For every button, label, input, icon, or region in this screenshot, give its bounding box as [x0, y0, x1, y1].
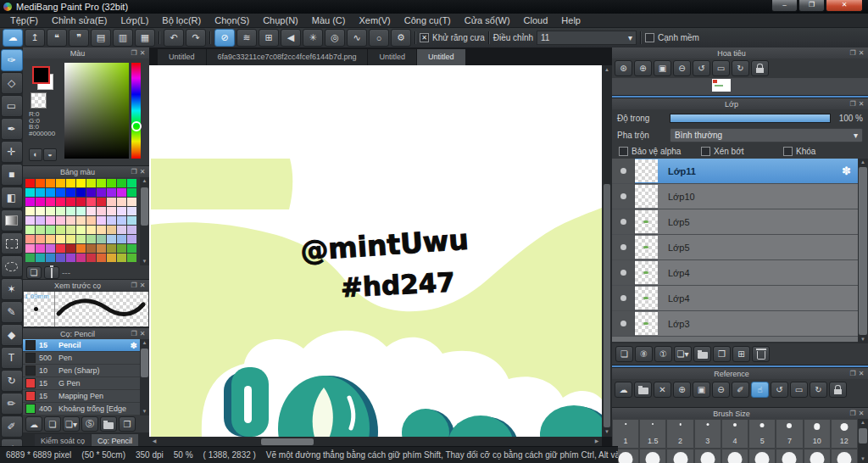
layer-row[interactable]: Lớp5 [612, 209, 858, 235]
palette-color[interactable] [86, 207, 96, 215]
palette-color[interactable] [56, 179, 65, 187]
palette-color[interactable] [97, 216, 106, 225]
clipping-checkbox[interactable]: Xén bớt [701, 147, 783, 156]
menu-item[interactable]: Bộ lọc(R) [155, 15, 208, 25]
add-brush-button[interactable]: ❏ [44, 416, 61, 432]
gradient-tool-button[interactable] [1, 209, 23, 232]
palette-color[interactable] [56, 188, 65, 197]
scroll-up-icon[interactable]: ▲ [140, 177, 149, 185]
palette-color[interactable] [46, 216, 55, 225]
duplicate-layer-button[interactable]: ❐ [713, 346, 731, 362]
control-point-tool-button[interactable]: ✒ [1, 118, 23, 140]
brush-size-cell[interactable] [721, 449, 748, 463]
palette-color[interactable] [25, 226, 35, 234]
move-tool-button[interactable]: ✛ [1, 141, 23, 163]
close-icon[interactable]: ✕ [138, 330, 147, 337]
lasso-tool-button[interactable] [1, 255, 23, 277]
menu-item[interactable]: Xem(V) [352, 15, 397, 25]
delete-layer-button[interactable] [752, 346, 770, 362]
brush-row[interactable]: 10Pen (Sharp) [23, 365, 140, 377]
palette-color[interactable] [46, 198, 55, 206]
popout-icon[interactable]: ❐ [849, 410, 857, 417]
palette-color[interactable] [107, 198, 116, 206]
close-icon[interactable]: ✕ [857, 100, 865, 108]
visibility-toggle[interactable] [612, 184, 635, 209]
popout-icon[interactable]: ❐ [849, 49, 857, 57]
add-layer-button[interactable]: ❏ [615, 346, 633, 362]
palette-color[interactable] [117, 188, 126, 197]
palette-color[interactable] [56, 235, 65, 243]
popout-icon[interactable]: ❐ [849, 100, 857, 108]
brush-row[interactable]: 400Khoảng trống [Edge [23, 403, 140, 416]
palette-color[interactable] [36, 226, 45, 234]
palette-color[interactable] [66, 226, 75, 234]
menu-item[interactable]: Tệp(F) [3, 15, 45, 25]
palette-color[interactable] [56, 216, 65, 225]
palette-color[interactable] [86, 244, 96, 253]
palette-color[interactable] [107, 244, 116, 253]
ref-hand-button[interactable]: ☝ [751, 382, 769, 398]
rotate-left-button[interactable]: ↺ [693, 60, 710, 76]
palette-color[interactable] [97, 179, 106, 187]
visibility-toggle[interactable] [612, 235, 635, 259]
export-button[interactable]: ↥ [25, 29, 45, 47]
layer-row[interactable]: Lớp11✽ [612, 159, 858, 184]
menu-item[interactable]: Chỉnh sửa(E) [45, 15, 114, 25]
palette-color[interactable] [36, 244, 45, 253]
brush-size-cell[interactable] [639, 449, 666, 463]
palette-color[interactable] [66, 198, 75, 206]
menu-item[interactable]: Cloud [517, 15, 555, 25]
comment-button[interactable]: ❞ [69, 29, 89, 47]
palette-color[interactable] [56, 207, 65, 215]
snap-radial-button[interactable]: ✳ [303, 29, 323, 47]
palette-color[interactable] [76, 179, 86, 187]
snap-settings-button[interactable]: ⚙ [391, 29, 411, 47]
palette-color[interactable] [127, 226, 136, 234]
palette-color[interactable] [25, 244, 35, 253]
palette-color[interactable] [117, 198, 126, 206]
chat-button[interactable]: ❝ [47, 29, 67, 47]
soft-edge-checkbox[interactable]: Cạnh mềm [645, 33, 699, 42]
close-icon[interactable]: ✕ [138, 168, 147, 176]
layer-folder-button[interactable] [693, 346, 711, 362]
palette-color[interactable] [66, 179, 75, 187]
snap-off-button[interactable]: ⊘ [214, 29, 235, 47]
navigator-thumbnail[interactable] [712, 79, 731, 92]
palette-color[interactable] [36, 188, 45, 197]
palette-color[interactable] [66, 244, 75, 253]
palette-color[interactable] [86, 235, 96, 243]
palette-color[interactable] [76, 235, 86, 243]
canvas-vertical-scrollbar[interactable]: ▲ ▼ [602, 65, 612, 437]
brush-size-cell[interactable] [776, 449, 803, 463]
snap-pen-tool-button[interactable]: ✏ [1, 393, 23, 415]
close-icon[interactable]: ✕ [857, 410, 865, 417]
palette-color[interactable] [36, 179, 45, 187]
palette-color[interactable] [127, 188, 136, 197]
palette-color[interactable] [86, 198, 96, 206]
canvas[interactable]: @mintUwu #hd247 [149, 65, 602, 437]
delete-color-button[interactable] [44, 266, 59, 279]
palette-color[interactable] [25, 254, 35, 262]
palette-color[interactable] [46, 226, 55, 234]
snap-curve-button[interactable]: ∿ [347, 29, 367, 47]
brush-size-cell[interactable] [694, 449, 721, 463]
palette-color[interactable] [86, 216, 96, 225]
palette-color[interactable] [36, 207, 45, 215]
brush-size-cell[interactable]: 2 [666, 419, 693, 449]
palette-color[interactable] [127, 198, 136, 206]
brush-settings-icon[interactable]: ✽ [131, 341, 137, 350]
palette-color[interactable] [25, 188, 35, 197]
scroll-thumb[interactable] [859, 428, 867, 443]
palette-color[interactable] [56, 198, 65, 206]
palette-color[interactable] [25, 235, 35, 243]
close-icon[interactable]: ✕ [138, 282, 147, 289]
brush-size-cell[interactable]: 12 [831, 419, 858, 449]
ref-zoom-in-button[interactable]: ⊕ [673, 382, 691, 398]
snap-vanishing-point-button[interactable]: ◀ [281, 29, 301, 47]
merge-layer-button[interactable]: ⊞ [732, 346, 750, 362]
fit-window-button[interactable]: ▣ [654, 60, 671, 76]
palette-color[interactable] [107, 216, 116, 225]
palette-color[interactable] [117, 235, 126, 243]
ref-rotate-reset-button[interactable]: ▭ [790, 382, 808, 398]
brush-row[interactable]: 15Mapping Pen [23, 390, 140, 403]
